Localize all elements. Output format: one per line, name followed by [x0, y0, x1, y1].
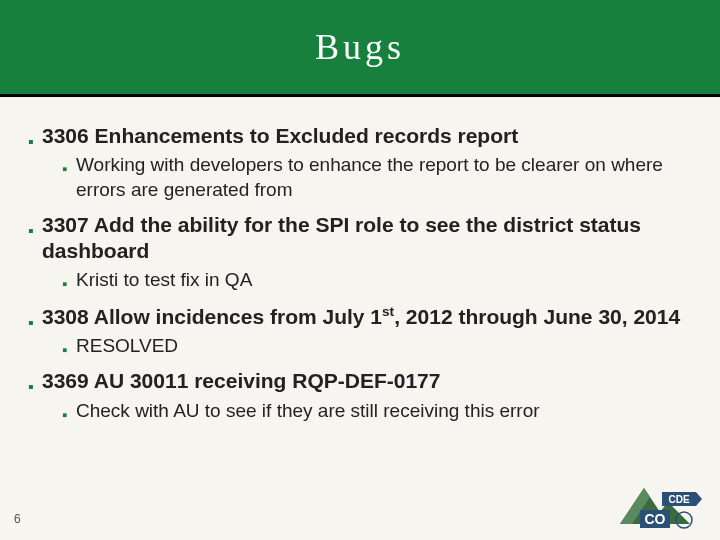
list-item: ▪ 3307 Add the ability for the SPI role … [28, 212, 692, 265]
banner-tail-icon [696, 492, 702, 506]
square-bullet-icon: ▪ [28, 134, 42, 150]
square-bullet-icon: ▪ [62, 407, 76, 422]
subitem-label: RESOLVED [76, 334, 178, 358]
page-number: 6 [14, 512, 21, 526]
list-item: ▪ 3306 Enhancements to Excluded records … [28, 123, 692, 149]
title-bar: Bugs [0, 0, 720, 94]
list-subitem: ▪ Kristi to test fix in QA [28, 268, 692, 292]
list-item: ▪ 3308 Allow incidences from July 1st, 2… [28, 303, 692, 330]
square-bullet-icon: ▪ [28, 315, 42, 331]
list-subitem: ▪ RESOLVED [28, 334, 692, 358]
co-text: CO [645, 511, 666, 527]
item-label: 3308 Allow incidences from July 1st, 201… [42, 303, 680, 330]
subitem-label: Kristi to test fix in QA [76, 268, 252, 292]
list-subitem: ▪ Check with AU to see if they are still… [28, 399, 692, 423]
list-item: ▪ 3369 AU 30011 receiving RQP-DEF-0177 [28, 368, 692, 394]
square-bullet-icon: ▪ [62, 342, 76, 357]
subitem-label: Working with developers to enhance the r… [76, 153, 692, 202]
slide-title: Bugs [315, 26, 405, 68]
list-subitem: ▪ Working with developers to enhance the… [28, 153, 692, 202]
cde-logo: CDE CO [610, 474, 702, 534]
square-bullet-icon: ▪ [28, 379, 42, 395]
square-bullet-icon: ▪ [62, 161, 76, 176]
item-label: 3306 Enhancements to Excluded records re… [42, 123, 518, 149]
content-area: ▪ 3306 Enhancements to Excluded records … [0, 97, 720, 423]
cde-text: CDE [668, 494, 689, 505]
item-label: 3307 Add the ability for the SPI role to… [42, 212, 692, 265]
square-bullet-icon: ▪ [28, 223, 42, 239]
slide: Bugs ▪ 3306 Enhancements to Excluded rec… [0, 0, 720, 540]
subitem-label: Check with AU to see if they are still r… [76, 399, 540, 423]
item-label: 3369 AU 30011 receiving RQP-DEF-0177 [42, 368, 440, 394]
square-bullet-icon: ▪ [62, 276, 76, 291]
